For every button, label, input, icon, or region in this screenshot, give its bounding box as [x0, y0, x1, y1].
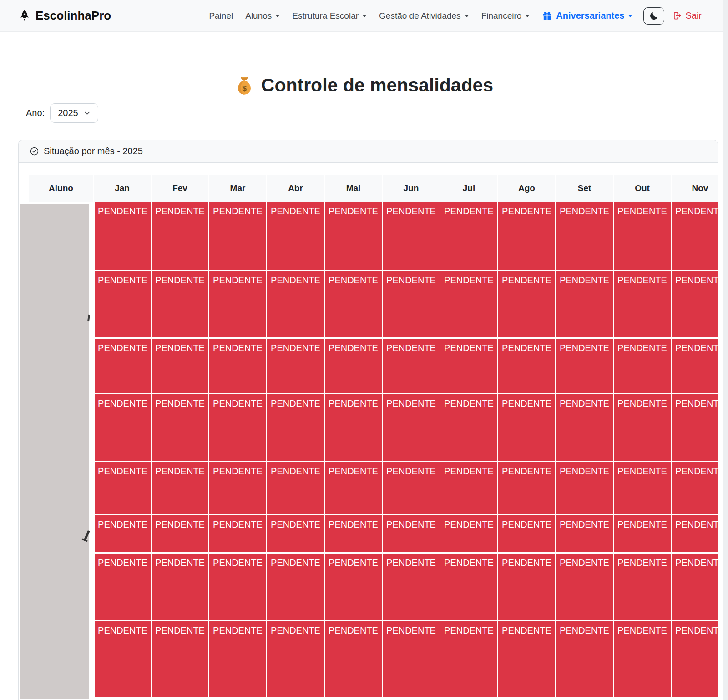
scrollbar-track[interactable] [723, 0, 728, 700]
status-cell-pendente[interactable]: PENDENTE [672, 271, 718, 339]
status-cell-pendente[interactable]: PENDENTE [556, 515, 614, 554]
status-cell-pendente[interactable]: PENDENTE [440, 339, 498, 394]
status-cell-pendente[interactable]: PENDENTE [267, 621, 325, 699]
status-cell-pendente[interactable]: PENDENTE [94, 621, 152, 699]
status-cell-pendente[interactable]: PENDENTE [325, 202, 383, 271]
status-cell-pendente[interactable]: PENDENTE [267, 462, 325, 515]
status-cell-pendente[interactable]: PENDENTE [383, 462, 440, 515]
status-cell-pendente[interactable]: PENDENTE [440, 394, 498, 462]
status-cell-pendente[interactable]: PENDENTE [383, 515, 440, 554]
status-cell-pendente[interactable]: PENDENTE [383, 394, 440, 462]
status-cell-pendente[interactable]: PENDENTE [152, 515, 209, 554]
nav-item-gestao-de-atividades[interactable]: Gestão de Atividades [379, 11, 469, 21]
status-cell-pendente[interactable]: PENDENTE [209, 339, 267, 394]
status-cell-pendente[interactable]: PENDENTE [383, 202, 440, 271]
status-cell-pendente[interactable]: PENDENTE [209, 271, 267, 339]
status-cell-pendente[interactable]: PENDENTE [672, 202, 718, 271]
status-cell-pendente[interactable]: PENDENTE [614, 394, 672, 462]
status-cell-pendente[interactable]: PENDENTE [556, 339, 614, 394]
status-cell-pendente[interactable]: PENDENTE [498, 554, 556, 621]
status-cell-pendente[interactable]: PENDENTE [325, 462, 383, 515]
status-cell-pendente[interactable]: PENDENTE [267, 554, 325, 621]
status-cell-pendente[interactable]: PENDENTE [440, 202, 498, 271]
status-cell-pendente[interactable]: PENDENTE [152, 554, 209, 621]
status-cell-pendente[interactable]: PENDENTE [614, 202, 672, 271]
dark-mode-toggle-button[interactable] [643, 7, 664, 25]
status-cell-pendente[interactable]: PENDENTE [94, 271, 152, 339]
status-cell-pendente[interactable]: PENDENTE [498, 515, 556, 554]
status-cell-pendente[interactable]: PENDENTE [440, 621, 498, 699]
status-cell-pendente[interactable]: PENDENTE [672, 554, 718, 621]
status-cell-pendente[interactable]: PENDENTE [383, 339, 440, 394]
status-cell-pendente[interactable]: PENDENTE [440, 515, 498, 554]
status-cell-pendente[interactable]: PENDENTE [556, 462, 614, 515]
status-cell-pendente[interactable]: PENDENTE [498, 271, 556, 339]
status-cell-pendente[interactable]: PENDENTE [94, 394, 152, 462]
status-cell-pendente[interactable]: PENDENTE [556, 554, 614, 621]
status-cell-pendente[interactable]: PENDENTE [614, 621, 672, 699]
status-cell-pendente[interactable]: PENDENTE [614, 339, 672, 394]
status-cell-pendente[interactable]: PENDENTE [209, 515, 267, 554]
status-cell-pendente[interactable]: PENDENTE [94, 515, 152, 554]
brand[interactable]: EscolinhaPro [18, 9, 111, 23]
status-cell-pendente[interactable]: PENDENTE [498, 339, 556, 394]
year-select[interactable]: 2025 [50, 103, 98, 123]
status-cell-pendente[interactable]: PENDENTE [325, 621, 383, 699]
status-cell-pendente[interactable]: PENDENTE [267, 271, 325, 339]
status-cell-pendente[interactable]: PENDENTE [209, 462, 267, 515]
status-cell-pendente[interactable]: PENDENTE [267, 394, 325, 462]
status-cell-pendente[interactable]: PENDENTE [672, 621, 718, 699]
status-cell-pendente[interactable]: PENDENTE [325, 394, 383, 462]
status-cell-pendente[interactable]: PENDENTE [498, 462, 556, 515]
nav-item-estrutura-escolar[interactable]: Estrutura Escolar [292, 11, 367, 21]
status-cell-pendente[interactable]: PENDENTE [209, 394, 267, 462]
status-cell-pendente[interactable]: PENDENTE [209, 554, 267, 621]
status-cell-pendente[interactable]: PENDENTE [383, 271, 440, 339]
status-cell-pendente[interactable]: PENDENTE [556, 271, 614, 339]
status-cell-pendente[interactable]: PENDENTE [209, 202, 267, 271]
status-cell-pendente[interactable]: PENDENTE [672, 515, 718, 554]
status-cell-pendente[interactable]: PENDENTE [267, 339, 325, 394]
status-cell-pendente[interactable]: PENDENTE [556, 394, 614, 462]
status-cell-pendente[interactable]: PENDENTE [383, 554, 440, 621]
status-cell-pendente[interactable]: PENDENTE [672, 462, 718, 515]
status-cell-pendente[interactable]: PENDENTE [498, 202, 556, 271]
status-cell-pendente[interactable]: PENDENTE [209, 621, 267, 699]
status-cell-pendente[interactable]: PENDENTE [94, 339, 152, 394]
status-cell-pendente[interactable]: PENDENTE [94, 202, 152, 271]
money-bag-icon: $ [235, 76, 254, 96]
status-cell-pendente[interactable]: PENDENTE [440, 554, 498, 621]
status-cell-pendente[interactable]: PENDENTE [440, 462, 498, 515]
status-cell-pendente[interactable]: PENDENTE [325, 271, 383, 339]
status-cell-pendente[interactable]: PENDENTE [614, 515, 672, 554]
status-cell-pendente[interactable]: PENDENTE [498, 394, 556, 462]
status-cell-pendente[interactable]: PENDENTE [325, 554, 383, 621]
status-cell-pendente[interactable]: PENDENTE [152, 339, 209, 394]
status-cell-pendente[interactable]: PENDENTE [152, 202, 209, 271]
status-cell-pendente[interactable]: PENDENTE [152, 621, 209, 699]
status-cell-pendente[interactable]: PENDENTE [267, 515, 325, 554]
nav-item-painel[interactable]: Painel [209, 11, 233, 21]
status-cell-pendente[interactable]: PENDENTE [556, 621, 614, 699]
status-cell-pendente[interactable]: PENDENTE [440, 271, 498, 339]
nav-item-financeiro[interactable]: Financeiro [481, 11, 530, 21]
status-cell-pendente[interactable]: PENDENTE [94, 462, 152, 515]
status-cell-pendente[interactable]: PENDENTE [614, 554, 672, 621]
status-cell-pendente[interactable]: PENDENTE [325, 515, 383, 554]
nav-item-aniversariantes[interactable]: Aniversariantes [542, 10, 632, 21]
status-cell-pendente[interactable]: PENDENTE [614, 462, 672, 515]
status-cell-pendente[interactable]: PENDENTE [152, 394, 209, 462]
status-cell-pendente[interactable]: PENDENTE [672, 339, 718, 394]
logout-link[interactable]: Sair [672, 10, 702, 21]
status-cell-pendente[interactable]: PENDENTE [383, 621, 440, 699]
status-cell-pendente[interactable]: PENDENTE [152, 271, 209, 339]
status-cell-pendente[interactable]: PENDENTE [672, 394, 718, 462]
status-cell-pendente[interactable]: PENDENTE [152, 462, 209, 515]
status-cell-pendente[interactable]: PENDENTE [325, 339, 383, 394]
status-cell-pendente[interactable]: PENDENTE [267, 202, 325, 271]
nav-item-alunos[interactable]: Alunos [245, 11, 280, 21]
status-cell-pendente[interactable]: PENDENTE [94, 554, 152, 621]
status-cell-pendente[interactable]: PENDENTE [556, 202, 614, 271]
status-cell-pendente[interactable]: PENDENTE [614, 271, 672, 339]
status-cell-pendente[interactable]: PENDENTE [498, 621, 556, 699]
